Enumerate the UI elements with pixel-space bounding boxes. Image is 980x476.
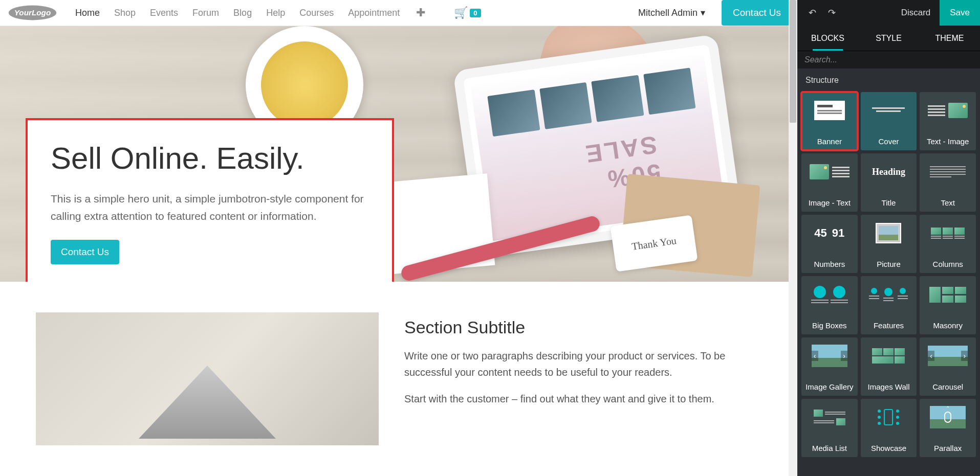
block-showcase[interactable]: Showcase xyxy=(861,399,917,457)
blocks-grid: BannerCoverText - ImageImage - TextHeadi… xyxy=(797,89,980,460)
block-label: Masonry xyxy=(933,321,963,330)
block-label: Image - Text xyxy=(809,198,851,208)
chevron-down-icon: ▾ xyxy=(701,7,705,18)
block-cover[interactable]: Cover xyxy=(861,92,917,150)
editor-sidebar: ↶ ↷ Discard Save BLOCKSSTYLETHEME Struct… xyxy=(797,0,980,476)
nav-link-help[interactable]: Help xyxy=(259,4,292,22)
block-label: Parallax xyxy=(934,444,962,453)
sidebar-search xyxy=(797,51,980,69)
scrollbar-thumb[interactable] xyxy=(790,0,796,123)
hero-banner[interactable]: 50% SALE Thank You Sell Online. Easily. … xyxy=(0,26,797,282)
user-name: Mitchell Admin xyxy=(638,8,698,18)
block-features[interactable]: Features xyxy=(861,276,917,334)
user-dropdown[interactable]: Mitchell Admin ▾ xyxy=(638,7,705,18)
block-label: Cover xyxy=(878,137,899,146)
add-menu-icon[interactable]: ✚ xyxy=(411,6,430,19)
block-preview-icon xyxy=(924,96,971,125)
block-big-boxes[interactable]: Big Boxes xyxy=(801,276,858,334)
block-parallax[interactable]: Parallax xyxy=(920,399,976,457)
block-image-text[interactable]: Image - Text xyxy=(801,153,858,212)
search-input[interactable] xyxy=(804,55,973,64)
block-preview-icon: ‹› xyxy=(806,342,853,370)
nav-link-forum[interactable]: Forum xyxy=(185,4,226,22)
block-text-image[interactable]: Text - Image xyxy=(920,92,976,150)
hero-content-card[interactable]: Sell Online. Easily. This is a simple he… xyxy=(26,118,394,282)
block-label: Picture xyxy=(877,260,901,269)
tab-style[interactable]: STYLE xyxy=(858,26,919,51)
hero-contact-button[interactable]: Contact Us xyxy=(51,240,119,264)
block-preview-icon xyxy=(806,403,853,432)
nav-links: HomeShopEventsForumBlogHelpCoursesAppoin… xyxy=(68,4,407,22)
save-button[interactable]: Save xyxy=(940,0,980,26)
block-text[interactable]: Text xyxy=(920,153,976,212)
nav-link-appointment[interactable]: Appointment xyxy=(341,4,407,22)
block-preview-icon xyxy=(865,96,912,125)
block-preview-icon xyxy=(865,403,912,432)
block-preview-icon xyxy=(865,219,912,247)
sidebar-toolbar: ↶ ↷ Discard Save xyxy=(797,0,980,26)
undo-icon[interactable]: ↶ xyxy=(804,5,820,20)
block-label: Carousel xyxy=(932,382,963,392)
block-preview-icon xyxy=(924,280,971,309)
block-preview-icon xyxy=(806,280,853,309)
redo-icon[interactable]: ↷ xyxy=(824,5,839,20)
block-label: Banner xyxy=(817,137,842,146)
block-label: Features xyxy=(874,321,904,330)
block-columns[interactable]: Columns xyxy=(920,215,976,273)
cart-icon: 🛒 xyxy=(454,6,468,19)
cart-button[interactable]: 🛒 0 xyxy=(454,6,481,19)
block-preview-icon xyxy=(865,342,912,370)
block-masonry[interactable]: Masonry xyxy=(920,276,976,334)
block-preview-icon: Heading xyxy=(865,157,912,186)
cart-count-badge: 0 xyxy=(470,9,481,17)
content-section[interactable]: Section Subtitle Write one or two paragr… xyxy=(0,282,797,476)
block-numbers[interactable]: 4591Numbers xyxy=(801,215,858,273)
block-preview-icon xyxy=(924,157,971,186)
block-preview-icon xyxy=(924,403,971,432)
block-label: Title xyxy=(882,198,896,208)
block-label: Columns xyxy=(933,260,963,269)
block-preview-icon xyxy=(924,219,971,247)
hero-title[interactable]: Sell Online. Easily. xyxy=(51,141,369,176)
block-preview-icon xyxy=(806,96,853,125)
block-label: Media List xyxy=(812,444,847,453)
block-preview-icon: 4591 xyxy=(806,219,853,247)
block-label: Text xyxy=(941,198,955,208)
block-banner[interactable]: Banner xyxy=(801,92,858,150)
nav-link-shop[interactable]: Shop xyxy=(107,4,143,22)
block-picture[interactable]: Picture xyxy=(861,215,917,273)
block-media-list[interactable]: Media List xyxy=(801,399,858,457)
nav-link-home[interactable]: Home xyxy=(68,4,107,22)
hero-subtitle[interactable]: This is a simple hero unit, a simple jum… xyxy=(51,190,369,224)
block-carousel[interactable]: ‹›Carousel xyxy=(920,337,976,396)
top-navigation: YourLogo HomeShopEventsForumBlogHelpCour… xyxy=(0,0,797,26)
tab-blocks[interactable]: BLOCKS xyxy=(797,26,858,51)
block-title[interactable]: HeadingTitle xyxy=(861,153,917,212)
sidebar-tabs: BLOCKSSTYLETHEME xyxy=(797,26,980,51)
contact-us-button[interactable]: Contact Us xyxy=(722,0,792,26)
site-logo[interactable]: YourLogo xyxy=(5,3,64,23)
nav-link-courses[interactable]: Courses xyxy=(292,4,341,22)
section-paragraph-2[interactable]: Start with the customer – find out what … xyxy=(404,391,761,407)
block-label: Numbers xyxy=(814,260,845,269)
nav-link-blog[interactable]: Blog xyxy=(226,4,259,22)
nav-link-events[interactable]: Events xyxy=(143,4,185,22)
block-label: Text - Image xyxy=(927,137,969,146)
discard-button[interactable]: Discard xyxy=(892,8,940,18)
tab-theme[interactable]: THEME xyxy=(919,26,980,51)
svg-text:YourLogo: YourLogo xyxy=(14,8,51,17)
block-image-gallery[interactable]: ‹›Image Gallery xyxy=(801,337,858,396)
block-preview-icon xyxy=(806,157,853,186)
block-label: Big Boxes xyxy=(812,321,847,330)
block-label: Images Wall xyxy=(868,382,910,392)
structure-section-title: Structure xyxy=(797,69,980,89)
block-label: Image Gallery xyxy=(805,382,853,392)
section-subtitle[interactable]: Section Subtitle xyxy=(404,318,761,337)
block-label: Showcase xyxy=(871,444,906,453)
block-preview-icon xyxy=(865,280,912,309)
block-images-wall[interactable]: Images Wall xyxy=(861,337,917,396)
section-image[interactable] xyxy=(36,312,379,445)
main-scrollbar[interactable] xyxy=(789,0,797,476)
section-paragraph-1[interactable]: Write one or two paragraphs describing y… xyxy=(404,348,761,380)
block-preview-icon: ‹› xyxy=(924,342,971,370)
